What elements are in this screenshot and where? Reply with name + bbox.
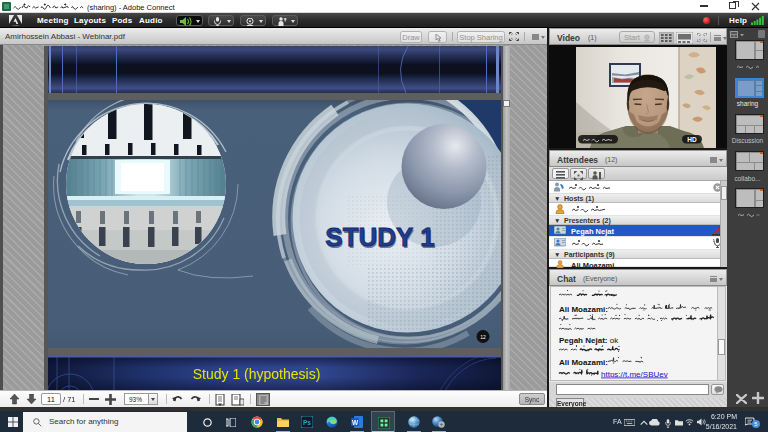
- svg-text:Ps: Ps: [303, 419, 311, 426]
- svg-text:Ali Moazami:: Ali Moazami:: [559, 357, 608, 366]
- svg-text:W: W: [352, 419, 359, 426]
- svg-text:Adobe: Adobe: [12, 24, 20, 26]
- svg-text:HD: HD: [687, 135, 697, 142]
- svg-text:STUDY 1: STUDY 1: [325, 222, 434, 252]
- svg-text:Pegah Nejat: ok: Pegah Nejat: ok: [559, 335, 619, 344]
- svg-text:https://t.me/SBUev: https://t.me/SBUev: [601, 369, 668, 378]
- svg-text:12: 12: [480, 334, 486, 340]
- svg-text:Ali Moazami:: Ali Moazami:: [559, 304, 608, 313]
